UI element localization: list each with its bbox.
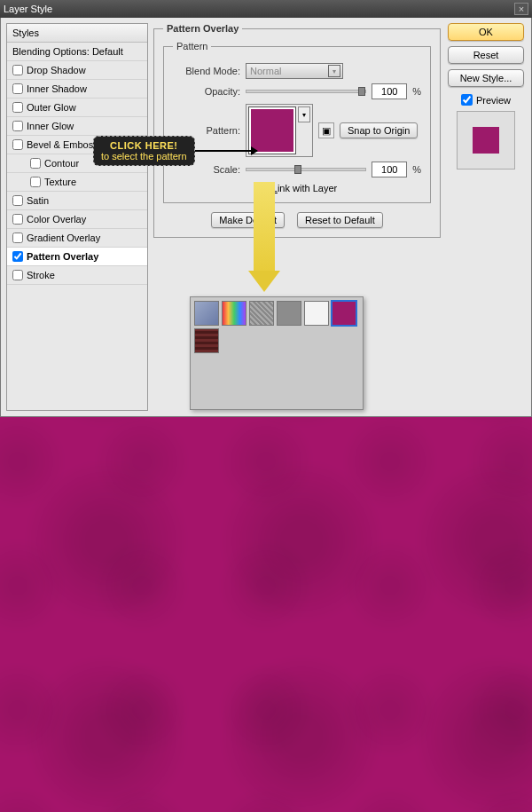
- preview-row: Preview: [461, 94, 511, 106]
- style-checkbox[interactable]: [12, 65, 23, 75]
- pattern-inner-group: Pattern Blend Mode: Normal ▾ Opacity: 10…: [163, 41, 431, 203]
- style-item-inner-glow[interactable]: Inner Glow: [7, 117, 147, 136]
- styles-panel: Styles Blending Options: Default Drop Sh…: [6, 23, 148, 411]
- link-row: Link with Layer: [173, 182, 421, 193]
- pattern-thumb[interactable]: [277, 301, 301, 326]
- style-checkbox[interactable]: [12, 214, 23, 225]
- callout-header: CLICK HERE!: [101, 140, 187, 151]
- blending-options-row[interactable]: Blending Options: Default: [7, 43, 147, 61]
- scale-pct: %: [412, 164, 421, 175]
- chevron-down-icon: ▾: [328, 65, 340, 77]
- blend-mode-label: Blend Mode:: [173, 66, 240, 76]
- opacity-pct: %: [412, 86, 421, 97]
- default-buttons-row: Make Default Reset to Default: [163, 212, 431, 228]
- style-label: Inner Glow: [27, 121, 74, 131]
- style-checkbox[interactable]: [12, 121, 23, 131]
- arrow-icon: [195, 150, 257, 152]
- snap-to-origin-button[interactable]: Snap to Origin: [340, 122, 418, 138]
- style-checkbox[interactable]: [12, 251, 23, 262]
- style-label: Inner Shadow: [27, 83, 87, 94]
- styles-header: Styles: [7, 24, 147, 43]
- reset-button[interactable]: Reset: [448, 46, 524, 64]
- window-title: Layer Style: [4, 4, 52, 14]
- pattern-thumb[interactable]: [222, 301, 246, 326]
- style-label: Texture: [44, 177, 76, 187]
- new-pattern-icon[interactable]: ▣: [318, 122, 334, 138]
- close-icon[interactable]: ×: [514, 3, 528, 15]
- right-column: OK Reset New Style... Preview: [446, 23, 526, 411]
- style-item-stroke[interactable]: Stroke: [7, 266, 147, 285]
- style-item-texture[interactable]: Texture: [7, 173, 147, 192]
- style-checkbox[interactable]: [30, 177, 41, 187]
- scale-slider[interactable]: [246, 168, 366, 171]
- preview-box: [457, 111, 515, 169]
- reset-default-button[interactable]: Reset to Default: [297, 212, 383, 228]
- result-preview-image: [0, 417, 532, 812]
- preview-label: Preview: [476, 95, 511, 106]
- style-checkbox[interactable]: [12, 233, 23, 243]
- style-item-drop-shadow[interactable]: Drop Shadow: [7, 61, 147, 80]
- style-checkbox[interactable]: [12, 102, 23, 113]
- titlebar: Layer Style ×: [0, 0, 532, 18]
- chevron-down-icon: ▾: [298, 106, 310, 122]
- style-item-color-overlay[interactable]: Color Overlay: [7, 210, 147, 229]
- callout-sub: to select the pattern: [101, 151, 187, 162]
- preview-swatch: [473, 127, 499, 154]
- style-label: Stroke: [27, 270, 55, 280]
- blend-mode-combo[interactable]: Normal ▾: [246, 63, 343, 79]
- style-checkbox[interactable]: [12, 139, 23, 150]
- style-label: Pattern Overlay: [27, 251, 98, 262]
- opacity-label: Opacity:: [173, 86, 240, 97]
- scale-value[interactable]: 100: [372, 162, 407, 177]
- style-checkbox[interactable]: [30, 158, 41, 169]
- pattern-thumb[interactable]: [249, 301, 274, 326]
- pattern-picker-popup: [190, 296, 364, 410]
- opacity-slider[interactable]: [246, 90, 366, 93]
- pattern-thumb[interactable]: [304, 301, 329, 326]
- ok-button[interactable]: OK: [448, 23, 524, 41]
- style-checkbox[interactable]: [12, 270, 23, 280]
- style-label: Bevel & Emboss: [27, 139, 98, 150]
- style-checkbox[interactable]: [12, 83, 23, 94]
- pattern-thumb[interactable]: [194, 328, 219, 353]
- dialog-body: Styles Blending Options: Default Drop Sh…: [0, 18, 532, 417]
- inner-title: Pattern: [173, 41, 211, 51]
- new-style-button[interactable]: New Style...: [448, 69, 524, 87]
- style-item-satin[interactable]: Satin: [7, 192, 147, 210]
- style-label: Outer Glow: [27, 102, 76, 113]
- style-item-inner-shadow[interactable]: Inner Shadow: [7, 80, 147, 99]
- pattern-thumb[interactable]: [332, 301, 356, 326]
- opacity-value[interactable]: 100: [372, 83, 407, 99]
- style-label: Contour: [44, 158, 79, 169]
- link-label: Link with Layer: [272, 183, 337, 193]
- blend-mode-row: Blend Mode: Normal ▾: [173, 63, 421, 79]
- big-down-arrow-icon: [251, 182, 278, 297]
- pattern-label: Pattern:: [173, 125, 240, 136]
- style-label: Drop Shadow: [27, 65, 86, 75]
- group-title: Pattern Overlay: [163, 23, 242, 34]
- pattern-grid: [194, 301, 359, 353]
- style-checkbox[interactable]: [12, 195, 23, 206]
- pattern-overlay-group: Pattern Overlay Pattern Blend Mode: Norm…: [153, 23, 441, 238]
- preview-checkbox[interactable]: [461, 94, 473, 106]
- style-item-pattern-overlay[interactable]: Pattern Overlay: [7, 248, 147, 266]
- style-item-outer-glow[interactable]: Outer Glow: [7, 99, 147, 117]
- pattern-thumb[interactable]: [194, 301, 219, 326]
- style-label: Color Overlay: [27, 214, 86, 225]
- style-item-gradient-overlay[interactable]: Gradient Overlay: [7, 229, 147, 248]
- opacity-row: Opacity: 100 %: [173, 83, 421, 99]
- callout-box: CLICK HERE! to select the pattern: [93, 136, 195, 166]
- style-label: Gradient Overlay: [27, 233, 100, 243]
- callout-annotation: CLICK HERE! to select the pattern: [93, 136, 257, 166]
- style-label: Satin: [27, 195, 49, 206]
